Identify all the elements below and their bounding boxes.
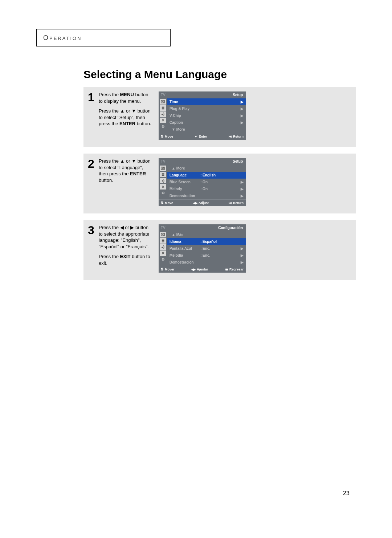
up-down-icon: ⇅ [161,201,164,205]
osd-row-label: Blue Screen [170,180,200,184]
osd-row[interactable]: Time ▶ [167,98,246,105]
adjust-hint: ◀▶Ajustar [191,268,208,271]
osd-list: ▲ Más Idioma : Español Pantalla Azul : E… [167,231,246,266]
chevron-right-icon: ▶ [240,194,244,198]
osd-row-label: V-Chip [170,114,200,118]
osd-row-label: Melodía [170,253,200,257]
osd-row[interactable]: Plug & Play ▶ [167,105,246,112]
operation-label: Operation [43,34,82,42]
text: Press the [99,92,120,97]
chevron-right-icon: ▶ [240,180,244,184]
osd-row-label: Language [170,173,200,177]
move-hint: ⇅Mover [161,268,175,271]
step-number: 3 [88,224,99,236]
enter-icon: ↵ [195,135,198,138]
picture-icon: ⌧ [160,232,166,237]
step-number: 1 [88,91,99,103]
osd-menu: TV Setup ⌧ ≣ ◂) ✕ ⚙ Time ▶ [159,91,246,140]
step-block: 3 Press the ◀ or ▶ button to select the … [83,220,356,280]
setup-icon: ⚙ [160,257,166,262]
osd-section-title: Configuración [218,226,243,230]
enter-button-ref: ENTER [119,121,135,126]
sound-icon: ≣ [160,105,166,111]
osd-footer: ⇅Move ↵Enter ⏮Return [159,133,246,140]
setup-icon: ⚙ [160,124,166,129]
osd-row-more[interactable]: ▼ More [167,126,246,133]
chevron-right-icon: ▶ [240,260,244,264]
osd-row-value: : On [200,187,240,191]
move-hint: ⇅Move [161,135,173,138]
osd-row-label: ▼ More [170,127,203,131]
step-number: 2 [88,158,99,170]
osd-row-label: Caption [170,121,200,125]
osd-row[interactable]: Caption ▶ [167,119,246,126]
step-instructions: Press the ◀ or ▶ button to select the ap… [99,224,151,270]
osd-row-label: ▲ More [170,166,203,170]
channel-icon: ◂) [160,178,166,183]
pc-icon: ✕ [160,250,166,256]
osd-row[interactable]: Demostración ▶ [167,259,246,266]
up-down-icon: ⇅ [161,268,164,271]
return-hint: ⏮Return [229,201,244,205]
osd-menu: TV Setup ⌧ ≣ ◂) ✕ ⚙ ▲ More Language [159,158,246,206]
step-instructions: Press the MENU button to display the men… [99,91,151,131]
osd-row[interactable]: Demonstration ▶ [167,192,246,199]
osd-row-label: Time [170,100,200,104]
osd-tv-label: TV [161,93,166,97]
osd-row[interactable]: Pantalla Azul : Enc. ▶ [167,245,246,252]
picture-icon: ⌧ [160,99,166,105]
osd-row-value: : Enc. [200,246,240,250]
step-instructions: Press the ▲ or ▼ button to select "Langu… [99,158,151,187]
section-header-operation: Operation [36,29,171,46]
osd-list: Time ▶ Plug & Play ▶ V-Chip ▶ [167,98,246,133]
return-icon: ⏮ [225,268,228,271]
chevron-right-icon: ▶ [240,253,244,257]
osd-tv-label: TV [161,159,166,163]
text: button. [135,121,151,126]
osd-icon-strip: ⌧ ≣ ◂) ✕ ⚙ [159,231,167,266]
osd-row-value: : English [200,173,240,177]
osd-menu: TV Configuración ⌧ ≣ ◂) ✕ ⚙ ▲ Más Idioma [159,224,246,273]
exit-button-ref: EXIT [120,254,131,259]
up-down-icon: ⇅ [161,135,164,138]
osd-row-more[interactable]: ▲ More [167,165,246,172]
adjust-hint: ◀▶Adjust [193,201,209,205]
text: Press the [99,254,120,259]
osd-list: ▲ More Language : English Blue Screen : … [167,165,246,199]
left-right-icon: ◀▶ [193,201,197,205]
page-number: 23 [343,490,350,497]
osd-row-label: Demonstration [170,194,200,198]
chevron-right-icon: ▶ [240,107,244,111]
sound-icon: ≣ [160,172,166,177]
osd-row[interactable]: Blue Screen : On ▶ [167,179,246,186]
osd-row-value: : On [200,180,240,184]
enter-hint: ↵Enter [195,135,207,138]
osd-row[interactable]: Melodía : Enc. ▶ [167,252,246,259]
return-hint: ⏮Regresar [225,268,244,271]
channel-icon: ◂) [160,111,166,117]
osd-row[interactable]: Language : English [167,172,246,179]
osd-footer: ⇅Mover ◀▶Ajustar ⏮Regresar [159,266,246,273]
text: button. [99,178,113,183]
osd-row-label: Melody [170,187,200,191]
return-hint: ⏮Return [229,135,244,138]
sound-icon: ≣ [160,238,166,244]
setup-icon: ⚙ [160,190,166,196]
channel-icon: ◂) [160,244,166,250]
move-hint: ⇅Move [161,201,173,205]
left-right-icon: ◀▶ [191,268,196,271]
osd-footer: ⇅Move ◀▶Adjust ⏮Return [159,199,246,206]
osd-row[interactable]: Melody : On ▶ [167,186,246,192]
osd-row-label: Idioma [170,240,200,244]
osd-row-more[interactable]: ▲ Más [167,231,246,238]
osd-icon-strip: ⌧ ≣ ◂) ✕ ⚙ [159,165,167,199]
pc-icon: ✕ [160,184,166,189]
osd-icon-strip: ⌧ ≣ ◂) ✕ ⚙ [159,98,167,133]
osd-row-label: ▲ Más [170,233,203,237]
osd-row-value: : Enc. [200,253,240,257]
osd-row-label: Demostración [170,260,200,264]
osd-row[interactable]: V-Chip ▶ [167,112,246,119]
osd-row[interactable]: Idioma : Español [167,238,246,245]
osd-section-title: Setup [233,93,243,97]
picture-icon: ⌧ [160,166,166,171]
